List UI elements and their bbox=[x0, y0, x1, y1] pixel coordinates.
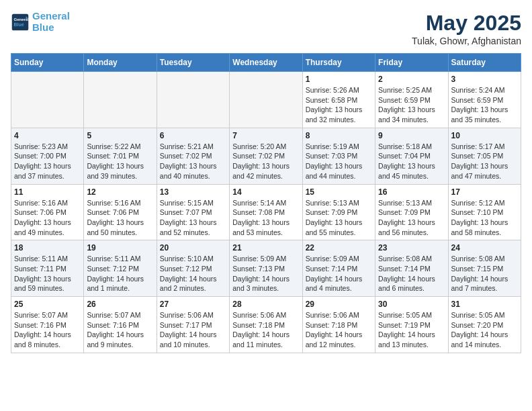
weekday-header-tuesday: Tuesday bbox=[157, 54, 229, 72]
day-info: Sunrise: 5:11 AMSunset: 7:11 PMDaylight:… bbox=[14, 254, 81, 293]
day-info: Sunrise: 5:08 AMSunset: 7:14 PMDaylight:… bbox=[378, 254, 445, 293]
day-info: Sunrise: 5:20 AMSunset: 7:02 PMDaylight:… bbox=[232, 142, 299, 181]
day-info: Sunrise: 5:06 AMSunset: 7:17 PMDaylight:… bbox=[160, 310, 226, 350]
day-cell-7: 7Sunrise: 5:20 AMSunset: 7:02 PMDaylight… bbox=[230, 128, 302, 184]
day-number: 3 bbox=[451, 75, 518, 84]
day-number: 31 bbox=[451, 300, 518, 309]
week-row-4: 18Sunrise: 5:11 AMSunset: 7:11 PMDayligh… bbox=[11, 240, 521, 297]
day-number: 12 bbox=[87, 187, 153, 197]
day-number: 4 bbox=[14, 131, 81, 140]
day-info: Sunrise: 5:08 AMSunset: 7:15 PMDaylight:… bbox=[451, 254, 518, 293]
day-number: 20 bbox=[160, 243, 226, 253]
empty-cell bbox=[84, 72, 157, 128]
weekday-header-friday: Friday bbox=[375, 54, 448, 72]
day-info: Sunrise: 5:15 AMSunset: 7:07 PMDaylight:… bbox=[160, 198, 226, 238]
weekday-header-row: SundayMondayTuesdayWednesdayThursdayFrid… bbox=[11, 54, 521, 72]
day-info: Sunrise: 5:13 AMSunset: 7:09 PMDaylight:… bbox=[306, 198, 372, 238]
day-info: Sunrise: 5:17 AMSunset: 7:05 PMDaylight:… bbox=[451, 142, 518, 181]
day-cell-20: 20Sunrise: 5:10 AMSunset: 7:12 PMDayligh… bbox=[157, 240, 229, 297]
day-cell-2: 2Sunrise: 5:25 AMSunset: 6:59 PMDaylight… bbox=[375, 72, 448, 128]
location: Tulak, Ghowr, Afghanistan bbox=[412, 36, 521, 46]
week-row-1: 1Sunrise: 5:26 AMSunset: 6:58 PMDaylight… bbox=[11, 72, 521, 128]
day-number: 24 bbox=[451, 243, 518, 253]
week-row-5: 25Sunrise: 5:07 AMSunset: 7:16 PMDayligh… bbox=[11, 297, 521, 353]
day-number: 8 bbox=[306, 131, 372, 140]
day-info: Sunrise: 5:18 AMSunset: 7:04 PMDaylight:… bbox=[378, 142, 445, 181]
day-info: Sunrise: 5:21 AMSunset: 7:02 PMDaylight:… bbox=[160, 142, 226, 181]
day-cell-23: 23Sunrise: 5:08 AMSunset: 7:14 PMDayligh… bbox=[375, 240, 448, 297]
day-info: Sunrise: 5:14 AMSunset: 7:08 PMDaylight:… bbox=[232, 198, 299, 238]
day-info: Sunrise: 5:05 AMSunset: 7:19 PMDaylight:… bbox=[378, 310, 445, 350]
day-number: 16 bbox=[378, 187, 445, 197]
page-header: General Blue GeneralBlue May 2025 Tulak,… bbox=[11, 11, 521, 46]
day-cell-25: 25Sunrise: 5:07 AMSunset: 7:16 PMDayligh… bbox=[11, 297, 84, 353]
day-number: 26 bbox=[87, 300, 153, 309]
weekday-header-saturday: Saturday bbox=[448, 54, 521, 72]
day-number: 23 bbox=[378, 243, 445, 253]
day-info: Sunrise: 5:12 AMSunset: 7:10 PMDaylight:… bbox=[451, 198, 518, 238]
day-cell-8: 8Sunrise: 5:19 AMSunset: 7:03 PMDaylight… bbox=[302, 128, 375, 184]
day-number: 19 bbox=[87, 243, 153, 253]
day-cell-13: 13Sunrise: 5:15 AMSunset: 7:07 PMDayligh… bbox=[157, 184, 229, 240]
day-number: 15 bbox=[306, 187, 372, 197]
day-number: 18 bbox=[14, 243, 81, 253]
day-number: 2 bbox=[378, 75, 445, 84]
day-number: 1 bbox=[306, 75, 372, 84]
day-number: 5 bbox=[87, 131, 153, 140]
day-number: 28 bbox=[232, 300, 299, 309]
day-info: Sunrise: 5:06 AMSunset: 7:18 PMDaylight:… bbox=[232, 310, 299, 350]
day-info: Sunrise: 5:10 AMSunset: 7:12 PMDaylight:… bbox=[160, 254, 226, 293]
day-cell-6: 6Sunrise: 5:21 AMSunset: 7:02 PMDaylight… bbox=[157, 128, 229, 184]
day-number: 22 bbox=[306, 243, 372, 253]
svg-text:Blue: Blue bbox=[13, 22, 24, 27]
day-number: 10 bbox=[451, 131, 518, 140]
day-number: 11 bbox=[14, 187, 81, 197]
weekday-header-sunday: Sunday bbox=[11, 54, 84, 72]
day-cell-11: 11Sunrise: 5:16 AMSunset: 7:06 PMDayligh… bbox=[11, 184, 84, 240]
day-number: 27 bbox=[160, 300, 226, 309]
day-info: Sunrise: 5:16 AMSunset: 7:06 PMDaylight:… bbox=[87, 198, 153, 238]
day-number: 13 bbox=[160, 187, 226, 197]
day-cell-21: 21Sunrise: 5:09 AMSunset: 7:13 PMDayligh… bbox=[230, 240, 302, 297]
day-number: 29 bbox=[306, 300, 372, 309]
day-cell-3: 3Sunrise: 5:24 AMSunset: 6:59 PMDaylight… bbox=[448, 72, 521, 128]
day-cell-31: 31Sunrise: 5:05 AMSunset: 7:20 PMDayligh… bbox=[448, 297, 521, 353]
day-info: Sunrise: 5:09 AMSunset: 7:13 PMDaylight:… bbox=[232, 254, 299, 293]
weekday-header-monday: Monday bbox=[84, 54, 157, 72]
day-number: 21 bbox=[232, 243, 299, 253]
day-cell-1: 1Sunrise: 5:26 AMSunset: 6:58 PMDaylight… bbox=[302, 72, 375, 128]
weekday-header-thursday: Thursday bbox=[302, 54, 375, 72]
logo-text: GeneralBlue bbox=[32, 11, 70, 33]
day-cell-12: 12Sunrise: 5:16 AMSunset: 7:06 PMDayligh… bbox=[84, 184, 157, 240]
day-info: Sunrise: 5:07 AMSunset: 7:16 PMDaylight:… bbox=[14, 310, 81, 350]
day-cell-30: 30Sunrise: 5:05 AMSunset: 7:19 PMDayligh… bbox=[375, 297, 448, 353]
day-number: 6 bbox=[160, 131, 226, 140]
logo: General Blue GeneralBlue bbox=[11, 11, 70, 33]
week-row-3: 11Sunrise: 5:16 AMSunset: 7:06 PMDayligh… bbox=[11, 184, 521, 240]
day-cell-22: 22Sunrise: 5:09 AMSunset: 7:14 PMDayligh… bbox=[302, 240, 375, 297]
day-number: 7 bbox=[232, 131, 299, 140]
day-info: Sunrise: 5:09 AMSunset: 7:14 PMDaylight:… bbox=[306, 254, 372, 293]
day-info: Sunrise: 5:13 AMSunset: 7:09 PMDaylight:… bbox=[378, 198, 445, 238]
calendar-table: SundayMondayTuesdayWednesdayThursdayFrid… bbox=[11, 53, 521, 353]
day-info: Sunrise: 5:07 AMSunset: 7:16 PMDaylight:… bbox=[87, 310, 153, 350]
weekday-header-wednesday: Wednesday bbox=[230, 54, 302, 72]
day-cell-27: 27Sunrise: 5:06 AMSunset: 7:17 PMDayligh… bbox=[157, 297, 229, 353]
empty-cell bbox=[230, 72, 302, 128]
day-cell-24: 24Sunrise: 5:08 AMSunset: 7:15 PMDayligh… bbox=[448, 240, 521, 297]
day-cell-28: 28Sunrise: 5:06 AMSunset: 7:18 PMDayligh… bbox=[230, 297, 302, 353]
day-number: 9 bbox=[378, 131, 445, 140]
day-info: Sunrise: 5:16 AMSunset: 7:06 PMDaylight:… bbox=[14, 198, 81, 238]
day-cell-5: 5Sunrise: 5:22 AMSunset: 7:01 PMDaylight… bbox=[84, 128, 157, 184]
day-cell-10: 10Sunrise: 5:17 AMSunset: 7:05 PMDayligh… bbox=[448, 128, 521, 184]
day-info: Sunrise: 5:25 AMSunset: 6:59 PMDaylight:… bbox=[378, 85, 445, 125]
day-info: Sunrise: 5:24 AMSunset: 6:59 PMDaylight:… bbox=[451, 85, 518, 125]
day-cell-29: 29Sunrise: 5:06 AMSunset: 7:18 PMDayligh… bbox=[302, 297, 375, 353]
day-number: 14 bbox=[232, 187, 299, 197]
day-number: 25 bbox=[14, 300, 81, 309]
day-info: Sunrise: 5:23 AMSunset: 7:00 PMDaylight:… bbox=[14, 142, 81, 181]
week-row-2: 4Sunrise: 5:23 AMSunset: 7:00 PMDaylight… bbox=[11, 128, 521, 184]
day-info: Sunrise: 5:26 AMSunset: 6:58 PMDaylight:… bbox=[306, 85, 372, 125]
day-cell-4: 4Sunrise: 5:23 AMSunset: 7:00 PMDaylight… bbox=[11, 128, 84, 184]
title-block: May 2025 Tulak, Ghowr, Afghanistan bbox=[412, 11, 521, 46]
